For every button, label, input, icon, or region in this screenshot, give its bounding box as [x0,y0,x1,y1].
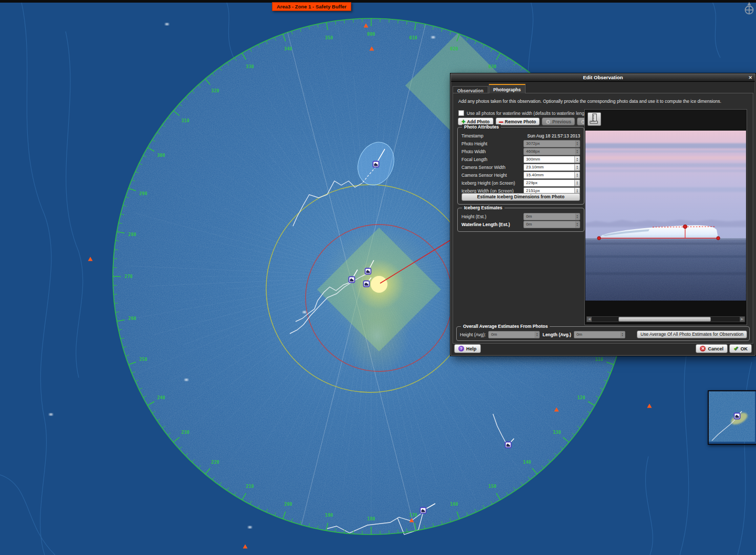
close-icon[interactable]: ✕ [748,74,752,81]
svg-text:120: 120 [577,395,585,400]
spinner-arrows[interactable]: ▲▼ [574,148,580,155]
form-row: Iceberg Height (on Screen)229px▲▼ [458,179,584,187]
spinner-arrows[interactable]: ▲▼ [574,214,580,220]
height-avg-label: Height (Avg): [460,332,486,337]
timestamp-value: Sun Aug 18 21:57:13 2013 [527,133,580,138]
svg-text:000: 000 [367,31,375,37]
svg-text:030: 030 [488,64,496,69]
group-title: Overall Average Estimates From Photos [461,324,550,329]
field-label: Camera Sensor Width [461,165,506,170]
zoom-inset-panel [708,390,756,445]
dialog-title: Edit Observation [583,74,623,80]
focal-length-spinner[interactable]: 300mm▲▼ [523,156,580,163]
edit-observation-dialog: Edit Observation ✕ ObservationPhotograph… [450,73,755,356]
svg-text:130: 130 [553,430,561,435]
field-label: Photo Width [461,149,486,154]
spinner-arrows[interactable]: ▲▼ [534,332,539,338]
cancel-icon: ✕ [700,346,706,351]
svg-text:230: 230 [181,430,189,435]
svg-text:010: 010 [410,35,417,40]
help-button[interactable]: ? Help [454,344,481,353]
spinner-arrows[interactable]: ▲▼ [574,172,580,178]
scroll-left-arrow[interactable]: ◀ [587,317,592,322]
estimate-dimensions-button[interactable]: Estimate Iceberg Dimensions from Photo [461,193,580,201]
overall-averages-group: Overall Average Estimates From Photos He… [456,326,750,341]
form-row: Focal Length300mm▲▼ [458,155,584,163]
svg-text:320: 320 [211,88,219,93]
iceberg-photo[interactable] [585,131,746,301]
spinner-arrows[interactable]: ▲▼ [574,180,580,186]
panel-description: Add any photos taken for this observatio… [458,99,749,104]
camera-sensor-width-spinner[interactable]: 23.10mm▲▼ [523,164,580,171]
use-all-photos-checkbox-row[interactable]: Use all photos for waterline width (defa… [458,110,590,116]
svg-text:280: 280 [128,232,136,237]
spinner-arrows[interactable]: ▲▼ [620,332,625,338]
previous-button[interactable]: ◂ Previous [542,118,575,125]
plus-icon: ✚ [461,119,466,124]
ownship-echo [371,276,387,293]
top-window-strip [0,0,756,3]
height-avg-spinner[interactable]: 0m ▲▼ [488,331,540,338]
length-avg-value: 0m [574,332,620,338]
svg-text:160: 160 [450,501,458,507]
iceberg-height-spinner[interactable]: 229px▲▼ [523,179,580,187]
cancel-button[interactable]: ✕ Cancel [696,344,728,353]
dialog-footer: ? Help ✕ Cancel ✔ OK [454,344,752,353]
svg-text:140: 140 [523,460,531,465]
remove-photo-button[interactable]: ▬ Remove Photo [496,118,540,125]
dialog-tabs: ObservationPhotographs [453,84,526,93]
spinner-arrows[interactable]: ▲▼ [574,221,580,228]
zone-alert-banner: Area3 - Zone 1 - Safety Buffer [272,2,351,11]
field-label: Focal Length [461,157,487,162]
ok-button[interactable]: ✔ OK [729,344,752,353]
spinner-arrows[interactable]: ▲▼ [574,164,580,170]
group-title: Iceberg Estimates [462,205,505,210]
field-label: Waterline Length (Est.) [461,222,510,227]
spinner-arrows[interactable]: ▲▼ [574,141,580,147]
photo-width-spinner[interactable]: 4608px▲▼ [523,148,580,155]
add-photo-label: Add Photo [467,119,490,124]
photo-height-spinner[interactable]: 3072px▲▼ [523,140,580,147]
field-label: Iceberg Height (on Screen) [461,180,515,186]
waterline-length-est-spinner[interactable]: 0m▲▼ [523,221,580,228]
svg-text:300: 300 [157,153,165,158]
svg-text:350: 350 [325,35,333,40]
svg-text:110: 110 [595,357,603,362]
photo-horizontal-scrollbar[interactable]: ◀ ▶ [586,316,745,322]
tab-photographs[interactable]: Photographs [489,84,526,93]
form-row: Photo Height3072px▲▼ [458,140,584,147]
form-row: Photo Width4608px▲▼ [458,147,584,155]
form-row: Waterline Length (Est.)0m▲▼ [458,220,584,228]
photo-viewer-panel: ◀ ▶ [584,109,747,325]
svg-text:020: 020 [450,46,458,51]
length-avg-label: Length (Avg.) [542,332,571,337]
help-icon: ? [458,346,464,351]
camera-sensor-height-spinner[interactable]: 15.40mm▲▼ [523,172,580,179]
scroll-right-arrow[interactable]: ▶ [740,317,744,322]
svg-text:250: 250 [139,357,147,362]
checkbox-unchecked[interactable] [458,110,464,116]
use-average-button[interactable]: Use Average Of All Photo Estimates for O… [637,330,747,338]
scroll-thumb[interactable] [618,317,711,322]
svg-text:180: 180 [367,516,375,521]
length-avg-spinner[interactable]: 0m ▲▼ [574,331,625,338]
north-compass-icon[interactable] [743,2,755,16]
cancel-label: Cancel [708,346,723,351]
spinner-arrows[interactable]: ▲▼ [574,156,580,163]
measure-ruler-button[interactable] [587,112,601,126]
svg-text:310: 310 [181,118,189,123]
field-label: Photo Height [461,141,487,146]
svg-text:290: 290 [139,191,147,196]
previous-icon: ◂ [545,119,551,124]
svg-text:200: 200 [284,501,292,507]
form-row: Camera Sensor Height15.40mm▲▼ [458,171,584,179]
svg-text:220: 220 [211,460,219,465]
photo-toolbar [585,110,746,131]
svg-text:270: 270 [124,274,132,279]
form-row: TimestampSun Aug 18 21:57:13 2013 [458,132,584,140]
photo-attributes-group: Photo Attributes TimestampSun Aug 18 21:… [457,127,584,205]
height-est-spinner[interactable]: 0m▲▼ [523,213,580,220]
dialog-titlebar[interactable]: Edit Observation ✕ [451,74,755,82]
minus-icon: ▬ [499,119,503,124]
ruler-icon [588,113,600,124]
